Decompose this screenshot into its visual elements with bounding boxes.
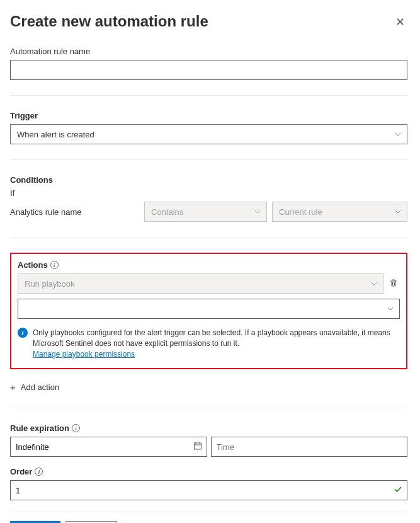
add-action-label: Add action xyxy=(21,382,59,392)
condition-value: Current rule xyxy=(279,207,322,217)
divider xyxy=(10,512,407,512)
condition-operator-dropdown[interactable]: Contains xyxy=(144,202,267,222)
info-icon[interactable]: i xyxy=(72,424,80,432)
actions-highlight-box: Actions i Run playbook i Only playbooks … xyxy=(10,253,407,369)
divider xyxy=(10,95,407,96)
page-title: Create new automation rule xyxy=(10,13,208,30)
info-icon[interactable]: i xyxy=(50,261,59,269)
rule-name-label: Automation rule name xyxy=(10,47,407,56)
rule-expiration-label: Rule expiration i xyxy=(10,423,407,433)
if-label: If xyxy=(10,188,407,198)
trigger-dropdown[interactable]: When alert is created xyxy=(10,124,407,144)
order-label: Order i xyxy=(10,467,407,476)
action-type-value: Run playbook xyxy=(25,279,75,289)
plus-icon: + xyxy=(10,382,16,393)
chevron-down-icon xyxy=(387,305,394,313)
divider xyxy=(10,159,407,160)
playbook-info-text: Only playbooks configured for the alert … xyxy=(33,328,400,359)
svg-rect-0 xyxy=(194,443,201,449)
divider xyxy=(10,237,407,238)
action-type-dropdown[interactable]: Run playbook xyxy=(18,273,383,294)
info-icon: i xyxy=(18,328,28,338)
trash-icon xyxy=(389,280,399,290)
delete-action-button[interactable] xyxy=(387,277,400,291)
condition-value-dropdown[interactable]: Current rule xyxy=(272,202,407,222)
calendar-icon[interactable] xyxy=(193,442,202,452)
expiration-date-input[interactable] xyxy=(10,437,207,457)
chevron-down-icon xyxy=(254,208,261,216)
checkmark-icon xyxy=(394,485,402,496)
chevron-down-icon xyxy=(370,280,378,287)
close-button[interactable]: ✕ xyxy=(393,13,407,32)
manage-permissions-link[interactable]: Manage playbook permissions xyxy=(33,350,135,359)
order-input[interactable] xyxy=(10,480,407,500)
actions-label: Actions i xyxy=(18,260,400,270)
chevron-down-icon xyxy=(394,208,402,216)
divider xyxy=(10,408,407,408)
playbook-select-dropdown[interactable] xyxy=(18,299,400,319)
trigger-selected-value: When alert is created xyxy=(17,130,94,139)
close-icon: ✕ xyxy=(395,16,405,28)
condition-operator-value: Contains xyxy=(151,207,183,217)
trigger-label: Trigger xyxy=(10,111,407,120)
rule-name-input[interactable] xyxy=(10,60,407,80)
analytics-rule-name-label: Analytics rule name xyxy=(10,207,139,217)
expiration-time-input[interactable] xyxy=(211,437,408,457)
conditions-label: Conditions xyxy=(10,175,407,185)
add-action-button[interactable]: + Add action xyxy=(10,382,407,393)
chevron-down-icon xyxy=(394,130,402,138)
info-icon[interactable]: i xyxy=(35,468,43,476)
